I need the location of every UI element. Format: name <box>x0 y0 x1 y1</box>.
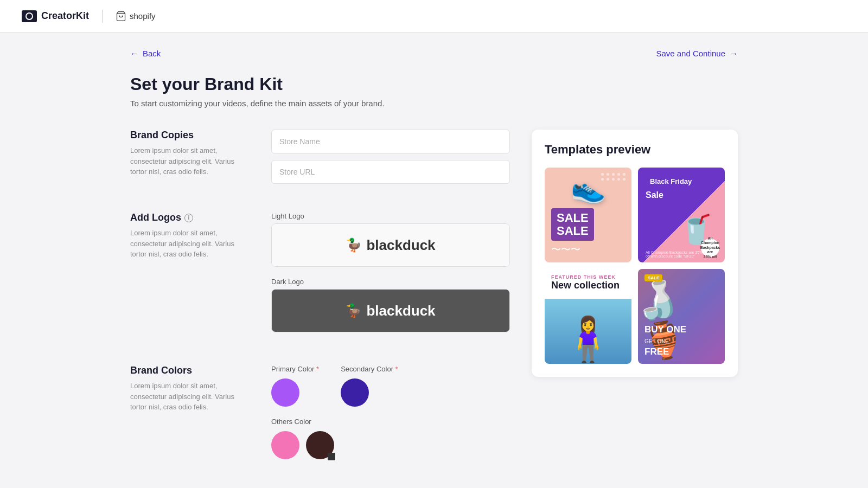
shopify-logo-text: shopify <box>130 11 156 21</box>
secondary-colors-row <box>341 378 398 407</box>
brand-copies-title: Brand Copies <box>130 130 250 141</box>
brand-colors-desc: Lorem ipsum dolor sit amet, consectetur … <box>130 381 250 413</box>
store-name-input[interactable] <box>271 130 510 153</box>
save-continue-label: Save and Continue <box>656 49 725 58</box>
tpl4-get-one-text: GET ONE <box>644 338 669 344</box>
brand-copies-desc: Lorem ipsum dolor sit amet, consectetur … <box>130 145 250 177</box>
secondary-color-group: Secondary Color <box>341 365 398 407</box>
save-continue-button[interactable]: Save and Continue <box>656 49 738 58</box>
tpl3-new-collection-text: New collection <box>551 280 625 291</box>
back-button[interactable]: Back <box>130 49 161 58</box>
creatorkit-logo-icon <box>22 10 37 22</box>
tpl2-black-friday-tag: Black Friday <box>646 175 696 188</box>
add-logos-title: Add Logos i <box>130 212 250 223</box>
creatorkit-logo: CreatorKit <box>22 10 89 22</box>
templates-preview-panel: Templates preview <box>532 130 738 377</box>
tpl1-wave: 〜〜〜 <box>551 243 625 256</box>
templates-grid: 👟 SALESALE 〜〜〜 Black Friday Sale 🥤 All C… <box>545 168 725 364</box>
light-logo-text: blackduck <box>366 237 435 254</box>
primary-color-group: Primary Color <box>271 365 319 407</box>
primary-color-label: Primary Color <box>271 365 319 373</box>
logo-area: CreatorKit shopify <box>22 10 156 23</box>
main-content: Back Save and Continue Set your Brand Ki… <box>0 33 868 481</box>
tpl3-image: 🧍‍♀️ <box>545 299 631 364</box>
add-logos-info-icon[interactable]: i <box>184 214 193 222</box>
brand-copies-section: Brand Copies Lorem ipsum dolor sit amet,… <box>130 130 510 190</box>
tpl4-bogo-text: BUY ONE GET ONE FREE <box>644 324 686 357</box>
tpl2-subtext: All Champion Backpacks are 35%off with d… <box>646 251 703 258</box>
secondary-color-swatch[interactable] <box>341 378 369 407</box>
add-logos-label-area: Add Logos i Lorem ipsum dolor sit amet, … <box>130 212 250 343</box>
dark-logo-upload[interactable]: 🦆 blackduck <box>271 289 510 332</box>
tpl3-header: FEATURED THIS WEEK New collection <box>545 269 631 291</box>
other-color-swatch-2[interactable] <box>306 431 334 459</box>
others-color-label: Others Color <box>271 418 510 426</box>
creatorkit-logo-text: CreatorKit <box>41 10 89 22</box>
tpl2-title-text: Sale <box>646 190 717 200</box>
left-col: Brand Copies Lorem ipsum dolor sit amet,… <box>130 130 510 481</box>
light-logo-label: Light Logo <box>271 212 510 220</box>
page-subtitle: To start customizing your videos, define… <box>130 99 738 108</box>
header-divider <box>102 10 103 23</box>
light-logo-preview: 🦆 blackduck <box>346 237 435 254</box>
template-card-3[interactable]: FEATURED THIS WEEK New collection 🧍‍♀️ <box>545 269 631 364</box>
brand-copies-label-area: Brand Copies Lorem ipsum dolor sit amet,… <box>130 130 250 190</box>
dark-logo-preview: 🦆 blackduck <box>346 303 435 319</box>
light-logo-upload[interactable]: 🦆 blackduck <box>271 223 510 267</box>
brand-copies-fields <box>271 130 510 190</box>
template-card-1[interactable]: 👟 SALESALE 〜〜〜 <box>545 168 631 262</box>
brand-colors-label-area: Brand Colors Lorem ipsum dolor sit amet,… <box>130 365 250 459</box>
other-color-swatch-1[interactable] <box>271 431 299 459</box>
brand-colors-section: Brand Colors Lorem ipsum dolor sit amet,… <box>130 365 510 459</box>
add-logos-desc: Lorem ipsum dolor sit amet, consectetur … <box>130 228 250 260</box>
right-col: Templates preview <box>532 130 738 481</box>
add-logos-fields: Light Logo 🦆 blackduck Dark Logo 🦆 black… <box>271 212 510 343</box>
back-label: Back <box>143 49 161 58</box>
tpl1-sale-text: SALESALE <box>551 208 594 241</box>
others-colors-row <box>271 431 510 459</box>
shopify-logo: shopify <box>116 11 156 22</box>
page-title: Set your Brand Kit <box>130 74 738 94</box>
template-card-4[interactable]: 🍶🏺 SALE BUY ONE GET ONE FREE <box>638 269 725 364</box>
shopify-bag-icon <box>116 11 126 22</box>
store-url-input[interactable] <box>271 160 510 184</box>
primary-secondary-row: Primary Color Secondary Color <box>271 365 510 407</box>
tpl4-sale-badge: SALE <box>644 274 662 281</box>
dark-logo-text: blackduck <box>366 303 435 319</box>
tpl2-discount-badge: All ChampionBackpacks are35% off <box>701 239 719 257</box>
swatch-active-indicator <box>329 454 336 461</box>
save-continue-arrow-icon <box>730 49 738 58</box>
tpl3-featured-text: FEATURED THIS WEEK <box>551 274 625 280</box>
dark-logo-label: Dark Logo <box>271 278 510 286</box>
back-arrow-icon <box>130 49 138 58</box>
primary-colors-row <box>271 378 319 407</box>
add-logos-section: Add Logos i Lorem ipsum dolor sit amet, … <box>130 212 510 343</box>
nav-row: Back Save and Continue <box>130 49 738 58</box>
templates-preview-title: Templates preview <box>545 143 725 157</box>
two-col-layout: Brand Copies Lorem ipsum dolor sit amet,… <box>130 130 738 481</box>
others-color-group: Others Color <box>271 418 510 459</box>
brand-colors-title: Brand Colors <box>130 365 250 376</box>
tpl4-free-text: FREE <box>644 346 669 357</box>
secondary-color-label: Secondary Color <box>341 365 398 373</box>
duck-icon-light: 🦆 <box>346 237 362 253</box>
primary-color-swatch[interactable] <box>271 378 299 407</box>
brand-colors-fields: Primary Color Secondary Color <box>271 365 510 459</box>
template-card-2[interactable]: Black Friday Sale 🥤 All ChampionBackpack… <box>638 168 725 262</box>
tpl3-person-icon: 🧍‍♀️ <box>561 314 615 364</box>
header: CreatorKit shopify <box>0 0 868 33</box>
duck-icon-dark: 🦆 <box>346 303 362 318</box>
tpl1-sale-badge: SALESALE 〜〜〜 <box>551 208 625 256</box>
tpl1-shoe-icon: 👟 <box>571 172 606 205</box>
